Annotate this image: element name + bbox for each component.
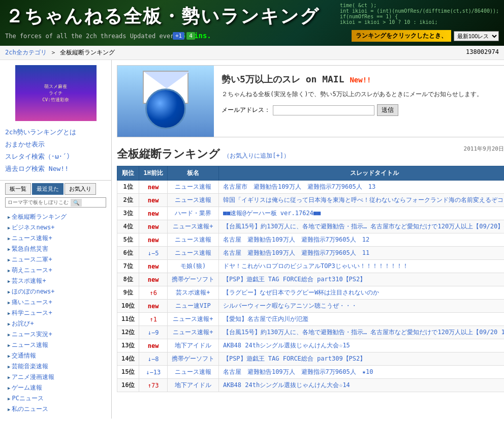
sidebar-link-log-search[interactable]: 過去ログ検索 New!! (5, 163, 106, 175)
table-row: 12位 ↓−9 ニュース速報+ 【台風15号】約130万人に、各地で避難勧告・指… (117, 326, 505, 339)
change-cell: ↓−8 (139, 352, 167, 366)
badge-4[interactable]: 4 (186, 32, 195, 40)
thread-link[interactable]: 【PSP】遊戯王 TAG FORCE総合 part309【PS2】 (223, 355, 366, 362)
ranking-select[interactable]: 最新100レス (454, 31, 499, 41)
rank-cell: 10位 (117, 300, 139, 313)
board-link[interactable]: ニュー速VIP (175, 302, 211, 309)
ranking-subtitle[interactable]: （お気入りに追加[+]） (224, 152, 290, 159)
change-cell: new (139, 339, 167, 352)
tab-recently-seen[interactable]: 最近見た (32, 183, 64, 195)
sidebar-search-box: ローマ字で板をしぼりこむ 🔍 (5, 197, 106, 208)
nav-item-16[interactable]: ゲーム速報 (8, 382, 104, 393)
thread-link[interactable]: 【ラグビー】なぜ日本でラグビーW杯は注目されないのか (223, 289, 379, 296)
tab-board-list[interactable]: 板一覧 (5, 183, 31, 195)
change-cell: ↑6 (139, 286, 167, 300)
thread-link[interactable]: 名古屋市 避難勧告109万人 避難指示7万9605人 13 (223, 183, 375, 190)
nav-item-2[interactable]: ニュース速報+ (8, 233, 104, 244)
thread-link[interactable]: 韓国「イギリスは俺らに従って日本海を東海と呼べ！従わないならフォークランド海の名… (223, 196, 504, 203)
nav-item-0[interactable]: 全板縦断ランキング (8, 212, 104, 222)
change-cell: ↑73 (139, 379, 167, 392)
nav-item-14[interactable]: 芸能音楽速報 (8, 361, 104, 372)
nav-item-12[interactable]: ニュース速報 (8, 340, 104, 350)
tab-favorites[interactable]: お気入り (65, 183, 96, 195)
board-link[interactable]: 携帯ゲーソフト (172, 276, 214, 283)
nav-item-1[interactable]: ビジネスnews+ (8, 222, 104, 233)
change-cell: ↑1 (139, 313, 167, 326)
sidebar-search-button[interactable]: 🔍 (71, 199, 82, 206)
change-cell: new (139, 273, 167, 286)
rank-cell: 6位 (117, 247, 139, 260)
board-link[interactable]: ニュース速報+ (173, 329, 213, 336)
search-label-text: ローマ字で板をしぼりこむ (6, 198, 71, 207)
change-cell: ↓−13 (139, 366, 167, 379)
thread-cell: 【台風15号】約130万人に、各地で避難勧告・指示… 名古屋市など愛知だけで12… (218, 220, 504, 233)
nav-item-3[interactable]: 緊急自然災害 (8, 244, 104, 254)
board-link[interactable]: モ娘(狼) (180, 262, 206, 270)
rank-cell: 5位 (117, 233, 139, 247)
ranking-title: 全板縦断ランキング (117, 147, 220, 160)
board-link[interactable]: ニュース速報 (175, 236, 211, 243)
table-row: 7位 new モ娘(狼) ドヤ！これがハロプロのビジュアルTOP3じゃいい！！！… (117, 260, 505, 273)
board-link[interactable]: ハード・業界 (175, 210, 211, 217)
nav-item-13[interactable]: 交通情報 (8, 350, 104, 361)
board-link[interactable]: ニュース速報 (175, 183, 211, 190)
thread-cell: ドヤ！これがハロプロのビジュアルTOP3じゃいい！！！！！！！！ (218, 260, 504, 273)
thread-link[interactable]: 名古屋 避難勧告109万人 避難指示7万9605人 12 (223, 236, 369, 243)
badge-plus1[interactable]: +1 (173, 32, 184, 40)
nav-item-18[interactable]: 私のニュース (8, 404, 104, 415)
thread-link[interactable]: ■■速報@ゲーハー板 ver.17624■■ (223, 210, 321, 217)
nav-item-7[interactable]: ほのぼのnews+ (8, 286, 104, 297)
thread-link[interactable]: 【台風15号】約130万人に、各地で避難勧告・指示… 名古屋市など愛知だけで12… (223, 329, 504, 336)
mail-text-area: 勢い5万以上のスレ on MAIL New!! ２ちゃんねる全板(実況を除く)で… (214, 66, 504, 137)
board-link[interactable]: ニュース速報 (175, 249, 211, 256)
change-cell: new (139, 181, 167, 194)
email-input[interactable] (273, 105, 374, 115)
nav-item-4[interactable]: ニュース二軍+ (8, 254, 104, 265)
send-button[interactable]: 送信 (377, 104, 398, 116)
board-link[interactable]: 芸スポ速報+ (176, 289, 210, 296)
board-link[interactable]: 携帯ゲーソフト (172, 355, 214, 362)
nav-item-15[interactable]: アニメ漫画速報 (8, 372, 104, 382)
thread-link[interactable]: 【愛知】名古屋で庄内川が氾濫 (223, 315, 308, 322)
sidebar-link-random[interactable]: おまかせ表示 (5, 138, 106, 151)
board-link[interactable]: 地下アイドル (175, 381, 211, 389)
thread-link[interactable]: AKB48 24thシングル選抜じゃんけん大会☆15 (223, 342, 350, 349)
thread-link[interactable]: ドヤ！これがハロプロのビジュアルTOP3じゃいい！！！！！！！！ (223, 262, 408, 270)
thread-cell: 【PSP】遊戯王 TAG FORCE総合 part310【PS2】 (218, 273, 504, 286)
sidebar-link-about[interactable]: 2ch勢いランキングとは (5, 126, 106, 138)
nav-item-8[interactable]: 痛いニュース+ (8, 297, 104, 308)
board-link[interactable]: ニュース速報 (175, 196, 211, 203)
nav-item-10[interactable]: お詫び+ (8, 318, 104, 329)
table-row: 8位 new 携帯ゲーソフト 【PSP】遊戯王 TAG FORCE総合 part… (117, 273, 505, 286)
board-link[interactable]: ニュース速報+ (173, 223, 213, 230)
nav-item-6[interactable]: 芸スポ速報+ (8, 276, 104, 286)
sidebar-image[interactable]: 萌スメ麻雀ライチCV:竹達彩奈 (15, 65, 97, 121)
sidebar-link-search-title[interactable]: スレタイ検索（･ω･´） (5, 151, 106, 163)
board-cell: 芸スポ速報+ (167, 286, 218, 300)
breadcrumb-home[interactable]: 2ch全カテゴリ (5, 49, 47, 56)
change-cell: new (139, 207, 167, 220)
thread-link[interactable]: 名古屋 避難勧告109万人 避難指示7万9605人 11 (223, 249, 369, 256)
nav-item-17[interactable]: PCニュース (8, 393, 104, 404)
board-link[interactable]: ニュース速報+ (173, 315, 213, 322)
board-link[interactable]: 地下アイドル (175, 342, 211, 349)
mail-section: 勢い5万以上のスレ on MAIL New!! ２ちゃんねる全板(実況を除く)で… (117, 65, 504, 137)
thread-link[interactable]: 【PSP】遊戯王 TAG FORCE総合 part310【PS2】 (223, 276, 366, 283)
nav-item-9[interactable]: 科学ニュース+ (8, 308, 104, 318)
content-area: 勢い5万以上のスレ on MAIL New!! ２ちゃんねる全板(実況を除く)で… (112, 60, 504, 419)
email-label: メールアドレス： (222, 106, 270, 114)
thread-link[interactable]: 【台風15号】約130万人に、各地で避難勧告・指示… 名古屋市など愛知だけで12… (223, 223, 504, 230)
board-link[interactable]: ニュース速報 (175, 368, 211, 375)
sidebar-links: 2ch勢いランキングとは おまかせ表示 スレタイ検索（･ω･´） 過去ログ検索 … (0, 124, 111, 178)
thread-link[interactable]: 名古屋 避難勧告109万人 避難指示7万9605人 ★10 (223, 368, 373, 375)
table-row: 2位 new ニュース速報 韓国「イギリスは俺らに従って日本海を東海と呼べ！従わ… (117, 194, 505, 207)
table-row: 16位 ↑73 地下アイドル AKB48 24thシングル選抜じゃんけん大会☆1… (117, 379, 505, 392)
thread-link[interactable]: シルバーウィーク暇ならアニソン聴こうぜ・・・ (223, 302, 357, 309)
header: ２ちゃんねる全板・勢いランキング The forces of all the 2… (0, 0, 504, 46)
rank-cell: 11位 (117, 313, 139, 326)
nav-item-11[interactable]: ニュース実況+ (8, 329, 104, 340)
rank-cell: 1位 (117, 181, 139, 194)
nav-item-5[interactable]: 萌えニュース+ (8, 265, 104, 276)
table-row: 10位 new ニュー速VIP シルバーウィーク暇ならアニソン聴こうぜ・・・ 3… (117, 300, 505, 313)
thread-link[interactable]: AKB48 24thシングル選抜じゃんけん大会☆14 (223, 381, 350, 389)
